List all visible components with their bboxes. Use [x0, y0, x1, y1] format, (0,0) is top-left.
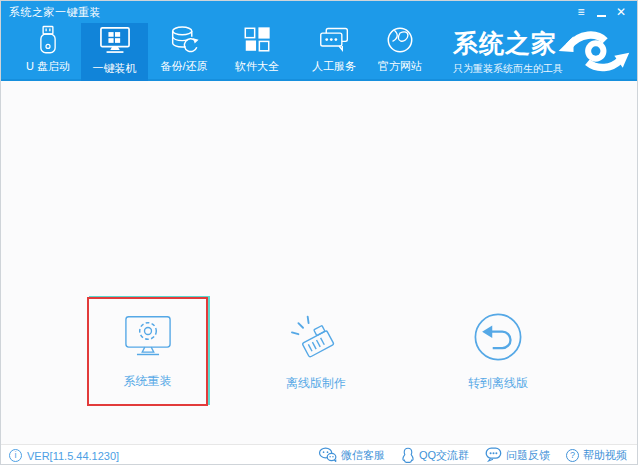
- nav-item-label: 备份/还原: [160, 59, 207, 74]
- nav-item-official-website[interactable]: 官方网站: [367, 23, 433, 79]
- monitor-gear-icon: [121, 314, 175, 364]
- link-label: 帮助视频: [583, 448, 627, 463]
- qq-penguin-icon: [401, 447, 415, 465]
- action-system-reinstall[interactable]: 系统重装: [89, 299, 206, 404]
- action-label: 系统重装: [124, 373, 172, 390]
- chat-service-icon: [318, 23, 351, 56]
- monitor-windows-icon: [98, 24, 132, 58]
- offline-make-icon: [288, 312, 344, 366]
- apps-grid-icon: [242, 23, 272, 56]
- statusbar: i VER[11.5.44.1230] 微信客服: [1, 444, 637, 465]
- link-qq-group[interactable]: QQ交流群: [401, 447, 469, 465]
- nav-item-label: 官方网站: [378, 59, 422, 74]
- link-wechat-support[interactable]: 微信客服: [318, 447, 385, 464]
- action-label: 离线版制作: [286, 375, 346, 392]
- main-content: 系统重装: [1, 83, 637, 444]
- usb-drive-icon: [36, 23, 60, 56]
- feedback-bubble-icon: [485, 447, 502, 464]
- nav-item-usb-boot[interactable]: U 盘启动: [9, 23, 87, 79]
- brand-block: 系统之家 只为重装系统而生的工具: [453, 27, 563, 76]
- status-links: 微信客服 QQ交流群: [318, 445, 627, 465]
- brand-swoosh-logo-icon: [554, 25, 632, 81]
- return-arrow-icon: [473, 312, 523, 366]
- window-title: 系统之家一键重装: [9, 5, 101, 20]
- close-icon[interactable]: ✕: [611, 2, 631, 22]
- link-feedback[interactable]: 问题反馈: [485, 447, 550, 464]
- window-controls: ≡ ✕: [571, 1, 631, 23]
- nav-item-backup-restore[interactable]: 备份/还原: [151, 23, 217, 79]
- nav-item-human-service[interactable]: 人工服务: [301, 23, 367, 79]
- brand-slogan: 只为重装系统而生的工具: [453, 62, 563, 76]
- link-label: 微信客服: [341, 448, 385, 463]
- database-restore-icon: [169, 23, 200, 56]
- nav-item-label: U 盘启动: [26, 59, 70, 74]
- nav-item-one-key-install[interactable]: 一键装机: [81, 23, 148, 81]
- nav-item-software-collection[interactable]: 软件大全: [224, 23, 290, 79]
- globe-icon: [385, 23, 415, 56]
- version-info[interactable]: i VER[11.5.44.1230]: [9, 449, 119, 462]
- nav-item-label: 软件大全: [235, 59, 279, 74]
- link-label: QQ交流群: [419, 448, 469, 463]
- action-goto-offline-version[interactable]: 转到离线版: [446, 299, 550, 404]
- minimize-icon[interactable]: [591, 2, 611, 22]
- wechat-icon: [318, 447, 337, 464]
- version-text: VER[11.5.44.1230]: [27, 450, 119, 462]
- nav-item-label: 人工服务: [312, 59, 356, 74]
- menu-icon[interactable]: ≡: [571, 2, 591, 22]
- help-circle-icon: ?: [566, 449, 579, 462]
- app-window: 系统之家一键重装 ≡ ✕ U 盘启动: [0, 0, 638, 465]
- navbar: U 盘启动 一键装机: [1, 23, 637, 81]
- action-offline-version-make[interactable]: 离线版制作: [264, 299, 368, 404]
- info-icon: i: [9, 449, 22, 462]
- action-label: 转到离线版: [468, 375, 528, 392]
- brand-name: 系统之家: [453, 27, 563, 60]
- link-help-video[interactable]: ? 帮助视频: [566, 448, 627, 463]
- link-label: 问题反馈: [506, 448, 550, 463]
- titlebar: 系统之家一键重装 ≡ ✕: [1, 1, 637, 23]
- nav-item-label: 一键装机: [93, 61, 137, 76]
